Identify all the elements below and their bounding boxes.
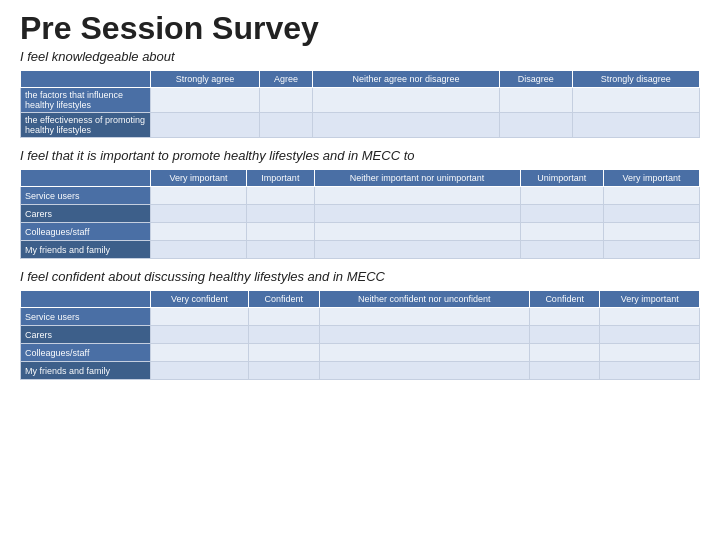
section2-row-1-col-5 [603,187,699,205]
table-row: My friends and family [21,241,700,259]
section2-col-2: Important [247,170,314,187]
section1-table: Strongly agree Agree Neither agree nor d… [20,70,700,138]
section3-row-3-label: Colleagues/staff [21,344,151,362]
section3-row-4-col-3 [319,362,529,380]
section2-row-2-col-3 [314,205,520,223]
table-row: Carers [21,205,700,223]
section2-row-4-label: My friends and family [21,241,151,259]
section3-row-2-col-4 [529,326,600,344]
section2-row-3-col-1 [151,223,247,241]
section2-row-1-col-4 [520,187,603,205]
section3-row-2-col-1 [151,326,249,344]
page-title: Pre Session Survey [20,10,700,47]
table-row: Service users [21,308,700,326]
section1-row-1-label: the factors that influence healthy lifes… [21,88,151,113]
section3-col-2: Confident [249,291,320,308]
section1-col-empty [21,71,151,88]
section2-row-4-col-2 [247,241,314,259]
section2-row-1-label: Service users [21,187,151,205]
section3-row-1-col-2 [249,308,320,326]
section3-row-1-label: Service users [21,308,151,326]
section1-row-1-col-5 [572,88,699,113]
section1-row-1-col-4 [500,88,573,113]
section2-row-1-col-1 [151,187,247,205]
section2-col-4: Unimportant [520,170,603,187]
section2-row-1-col-3 [314,187,520,205]
section3-row-3-col-2 [249,344,320,362]
section2-col-1: Very important [151,170,247,187]
section1-title: I feel knowledgeable about [20,49,700,64]
section3-row-4-col-2 [249,362,320,380]
section1-col-3: Neither agree nor disagree [313,71,500,88]
section3-row-1-col-4 [529,308,600,326]
section2-row-2-col-1 [151,205,247,223]
section1-col-2: Agree [259,71,312,88]
section2-row-4-col-1 [151,241,247,259]
section2-row-4-col-3 [314,241,520,259]
section1-row-1-col-1 [151,88,260,113]
section3-row-4-label: My friends and family [21,362,151,380]
section1-row-2-col-3 [313,113,500,138]
section3-col-5: Very important [600,291,700,308]
table-row: Carers [21,326,700,344]
section3-row-4-col-5 [600,362,700,380]
section3-row-3-col-4 [529,344,600,362]
section3-row-1-col-5 [600,308,700,326]
section3-row-3-col-1 [151,344,249,362]
table-row: the effectiveness of promoting healthy l… [21,113,700,138]
section1-row-1-col-3 [313,88,500,113]
section2-row-4-col-5 [603,241,699,259]
table-row: Colleagues/staff [21,344,700,362]
section3-col-3: Neither confident nor unconfident [319,291,529,308]
section3-table: Very confident Confident Neither confide… [20,290,700,380]
section3-row-2-col-5 [600,326,700,344]
section1-row-1-col-2 [259,88,312,113]
section2-row-2-label: Carers [21,205,151,223]
section2-row-3-label: Colleagues/staff [21,223,151,241]
section2-row-3-col-3 [314,223,520,241]
section3-row-2-col-2 [249,326,320,344]
table-row: My friends and family [21,362,700,380]
section3-col-empty [21,291,151,308]
section3-row-3-col-3 [319,344,529,362]
section2-row-4-col-4 [520,241,603,259]
section2-col-3: Neither important nor unimportant [314,170,520,187]
section1-col-4: Disagree [500,71,573,88]
section2-table: Very important Important Neither importa… [20,169,700,259]
section2-col-5: Very important [603,170,699,187]
section3-row-3-col-5 [600,344,700,362]
section3: I feel confident about discussing health… [20,269,700,380]
section1-row-2-col-2 [259,113,312,138]
section1-row-2-label: the effectiveness of promoting healthy l… [21,113,151,138]
section1-col-5: Strongly disagree [572,71,699,88]
table-row: Service users [21,187,700,205]
section1-row-2-col-5 [572,113,699,138]
section2-title: I feel that it is important to promote h… [20,148,700,163]
section3-row-2-col-3 [319,326,529,344]
section3-row-1-col-1 [151,308,249,326]
section3-col-1: Very confident [151,291,249,308]
section1-row-2-col-4 [500,113,573,138]
section2: I feel that it is important to promote h… [20,148,700,259]
section2-row-2-col-2 [247,205,314,223]
section2-row-2-col-4 [520,205,603,223]
section3-row-2-label: Carers [21,326,151,344]
section1: I feel knowledgeable about Strongly agre… [20,49,700,138]
section3-row-1-col-3 [319,308,529,326]
section1-col-1: Strongly agree [151,71,260,88]
section2-col-empty [21,170,151,187]
section3-row-4-col-4 [529,362,600,380]
section3-title: I feel confident about discussing health… [20,269,700,284]
section2-row-3-col-4 [520,223,603,241]
section3-col-4: Confident [529,291,600,308]
section3-row-4-col-1 [151,362,249,380]
table-row: the factors that influence healthy lifes… [21,88,700,113]
section2-row-3-col-2 [247,223,314,241]
table-row: Colleagues/staff [21,223,700,241]
section2-row-2-col-5 [603,205,699,223]
section1-row-2-col-1 [151,113,260,138]
section2-row-1-col-2 [247,187,314,205]
section2-row-3-col-5 [603,223,699,241]
